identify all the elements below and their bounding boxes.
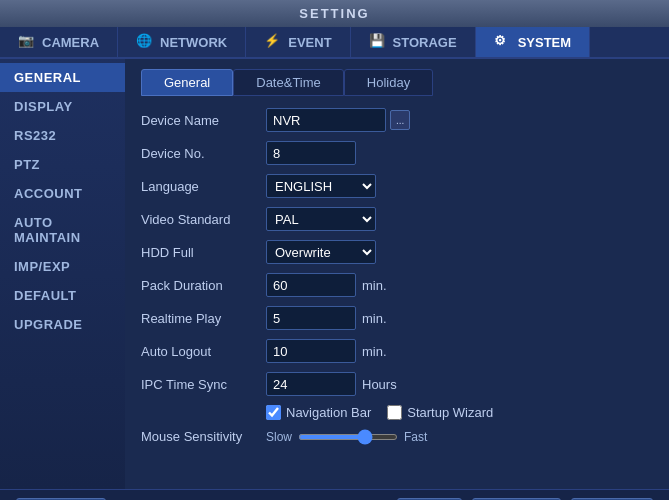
sidebar-item-default[interactable]: DEFAULT — [0, 281, 125, 310]
pack-duration-row: Pack Duration min. — [141, 273, 653, 297]
tab-network-label: NETWORK — [160, 35, 227, 50]
language-select[interactable]: ENGLISH CHINESE — [266, 174, 376, 198]
device-no-label: Device No. — [141, 146, 266, 161]
navigation-bar-checkbox[interactable] — [266, 405, 281, 420]
tab-event[interactable]: ⚡ EVENT — [246, 27, 350, 57]
hdd-full-label: HDD Full — [141, 245, 266, 260]
top-nav: 📷 CAMERA 🌐 NETWORK ⚡ EVENT 💾 STORAGE ⚙ S… — [0, 27, 669, 59]
form-area: Device Name ... Device No. Language ENGL… — [141, 108, 653, 479]
realtime-play-unit: min. — [362, 311, 387, 326]
sidebar-item-display[interactable]: DISPLAY — [0, 92, 125, 121]
storage-icon: 💾 — [369, 33, 387, 51]
auto-logout-row: Auto Logout min. — [141, 339, 653, 363]
startup-wizard-checkbox-item[interactable]: Startup Wizard — [387, 405, 493, 420]
sub-tab-datetime[interactable]: Date&Time — [233, 69, 344, 96]
sub-tab-general[interactable]: General — [141, 69, 233, 96]
sensitivity-slow-label: Slow — [266, 430, 292, 444]
content-area: General Date&Time Holiday Device Name ..… — [125, 59, 669, 489]
startup-wizard-label: Startup Wizard — [407, 405, 493, 420]
auto-logout-unit: min. — [362, 344, 387, 359]
sidebar-item-auto-maintain[interactable]: AUTO MAINTAIN — [0, 208, 125, 252]
pack-duration-unit: min. — [362, 278, 387, 293]
ipc-time-sync-unit: Hours — [362, 377, 397, 392]
auto-logout-label: Auto Logout — [141, 344, 266, 359]
sensitivity-fast-label: Fast — [404, 430, 427, 444]
language-row: Language ENGLISH CHINESE — [141, 174, 653, 198]
realtime-play-input[interactable] — [266, 306, 356, 330]
tab-network[interactable]: 🌐 NETWORK — [118, 27, 246, 57]
camera-icon: 📷 — [18, 33, 36, 51]
pack-duration-label: Pack Duration — [141, 278, 266, 293]
system-icon: ⚙ — [494, 33, 512, 51]
video-standard-label: Video Standard — [141, 212, 266, 227]
tab-system-label: SYSTEM — [518, 35, 571, 50]
pack-duration-input[interactable] — [266, 273, 356, 297]
hdd-full-select[interactable]: Overwrite Stop — [266, 240, 376, 264]
language-label: Language — [141, 179, 266, 194]
title-text: SETTING — [299, 6, 369, 21]
main-layout: GENERAL DISPLAY RS232 PTZ ACCOUNT AUTO M… — [0, 59, 669, 489]
mouse-sensitivity-slider[interactable] — [298, 434, 398, 440]
sidebar-item-upgrade[interactable]: UPGRADE — [0, 310, 125, 339]
ipc-time-sync-input[interactable] — [266, 372, 356, 396]
checkbox-row: Navigation Bar Startup Wizard — [266, 405, 653, 420]
tab-event-label: EVENT — [288, 35, 331, 50]
mouse-sensitivity-row: Mouse Sensitivity Slow Fast — [141, 429, 653, 444]
tab-camera[interactable]: 📷 CAMERA — [0, 27, 118, 57]
device-name-input[interactable] — [266, 108, 386, 132]
device-name-label: Device Name — [141, 113, 266, 128]
tab-camera-label: CAMERA — [42, 35, 99, 50]
mouse-sensitivity-label: Mouse Sensitivity — [141, 429, 266, 444]
sidebar-item-imp-exp[interactable]: IMP/EXP — [0, 252, 125, 281]
device-name-row: Device Name ... — [141, 108, 653, 132]
sub-tabs: General Date&Time Holiday — [141, 69, 653, 96]
tab-storage-label: STORAGE — [393, 35, 457, 50]
hdd-full-row: HDD Full Overwrite Stop — [141, 240, 653, 264]
video-standard-row: Video Standard PAL NTSC — [141, 207, 653, 231]
title-bar: SETTING — [0, 0, 669, 27]
device-no-input[interactable] — [266, 141, 356, 165]
sidebar-item-rs232[interactable]: RS232 — [0, 121, 125, 150]
ipc-time-sync-label: IPC Time Sync — [141, 377, 266, 392]
sidebar-item-ptz[interactable]: PTZ — [0, 150, 125, 179]
device-no-row: Device No. — [141, 141, 653, 165]
navigation-bar-label: Navigation Bar — [286, 405, 371, 420]
sidebar-item-account[interactable]: ACCOUNT — [0, 179, 125, 208]
device-name-edit-button[interactable]: ... — [390, 110, 410, 130]
video-standard-select[interactable]: PAL NTSC — [266, 207, 376, 231]
sidebar-item-general[interactable]: GENERAL — [0, 63, 125, 92]
startup-wizard-checkbox[interactable] — [387, 405, 402, 420]
sub-tab-holiday[interactable]: Holiday — [344, 69, 433, 96]
tab-storage[interactable]: 💾 STORAGE — [351, 27, 476, 57]
bottom-bar: Default OK Cancel Apply — [0, 489, 669, 500]
ipc-time-sync-row: IPC Time Sync Hours — [141, 372, 653, 396]
event-icon: ⚡ — [264, 33, 282, 51]
tab-system[interactable]: ⚙ SYSTEM — [476, 27, 590, 57]
auto-logout-input[interactable] — [266, 339, 356, 363]
network-icon: 🌐 — [136, 33, 154, 51]
realtime-play-row: Realtime Play min. — [141, 306, 653, 330]
navigation-bar-checkbox-item[interactable]: Navigation Bar — [266, 405, 371, 420]
sidebar: GENERAL DISPLAY RS232 PTZ ACCOUNT AUTO M… — [0, 59, 125, 489]
realtime-play-label: Realtime Play — [141, 311, 266, 326]
